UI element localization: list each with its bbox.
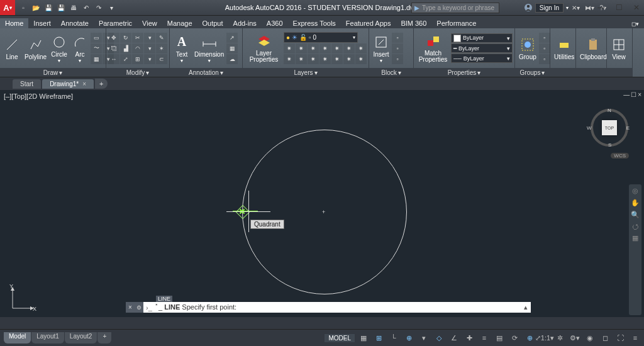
spline-icon[interactable]: 〜	[91, 43, 102, 53]
close-tab-icon[interactable]: ×	[82, 81, 86, 87]
view-button[interactable]: View	[609, 35, 629, 62]
circle-button[interactable]: Circle▼	[49, 33, 69, 64]
rotate-icon[interactable]: ↻	[120, 33, 131, 43]
table-icon[interactable]: ▦	[226, 43, 238, 53]
viewport-label[interactable]: [–][Top][2D Wireframe]	[4, 92, 73, 100]
tab-addins[interactable]: Add-ins	[228, 18, 262, 28]
layout-1[interactable]: Layout1	[31, 332, 64, 343]
viewcube[interactable]: N S E W TOP	[591, 109, 628, 147]
vp-max-icon[interactable]: ☐	[631, 91, 636, 98]
add-tab-button[interactable]: +	[95, 79, 108, 89]
customize-status-icon[interactable]: ≡	[629, 332, 641, 343]
cleanscreen-toggle[interactable]: ⛶	[614, 332, 626, 343]
mirror-icon[interactable]: ▟	[120, 43, 131, 53]
vc-north[interactable]: N	[608, 108, 611, 113]
cloud-icon[interactable]: ☁	[226, 54, 238, 64]
drawing-viewport[interactable]: [–][Top][2D Wireframe] — ☐ × + Quadrant …	[0, 90, 644, 317]
iso-toggle[interactable]: ▾	[418, 332, 430, 343]
orbit-icon[interactable]: ⭯	[632, 223, 639, 230]
fillet-icon[interactable]: ◠	[132, 43, 143, 53]
vp-min-icon[interactable]: —	[623, 91, 630, 98]
create-block-icon[interactable]: ▫	[392, 33, 403, 43]
maximize-button[interactable]: ☐	[611, 1, 626, 14]
tab-featured[interactable]: Featured Apps	[341, 18, 396, 28]
offset-icon[interactable]: ⊂	[156, 54, 167, 64]
array-icon[interactable]: ⊞	[132, 54, 143, 64]
move-icon[interactable]: ✥	[108, 33, 119, 43]
isolate-toggle[interactable]: ◻	[599, 332, 611, 343]
tab-output[interactable]: Output	[197, 18, 228, 28]
dimension-button[interactable]: Dimension▼	[192, 33, 226, 64]
modelspace-toggle[interactable]: MODEL	[325, 334, 355, 342]
start-tab[interactable]: Start	[13, 79, 41, 89]
lineweight-dropdown[interactable]: ━ByLayer▾	[451, 43, 513, 53]
group-button[interactable]: Group	[517, 35, 538, 62]
annovisibility-toggle[interactable]: ✲	[553, 332, 566, 343]
trim-icon[interactable]: ✂	[132, 33, 143, 43]
layout-model[interactable]: Model	[4, 332, 31, 343]
edit-block-icon[interactable]: ▫	[392, 43, 403, 53]
close-button[interactable]: ✕	[629, 1, 644, 14]
lwt-toggle[interactable]: ≡	[478, 332, 491, 343]
redo-icon[interactable]: ↷	[93, 2, 104, 13]
copy-icon[interactable]: ⿻	[108, 43, 119, 53]
qat-more-icon[interactable]: ▾	[106, 2, 117, 13]
otrack-toggle[interactable]: ✚	[463, 332, 475, 343]
minimize-button[interactable]: —	[594, 1, 609, 14]
app-logo[interactable]: A▾	[0, 0, 15, 15]
ortho-toggle[interactable]: └	[387, 332, 400, 343]
vc-east[interactable]: E	[626, 125, 630, 131]
command-line[interactable]: × ⚙ ›_ ˟_ LINE Specify first point: ▴	[126, 302, 531, 313]
signin-button[interactable]: Sign In	[535, 3, 564, 13]
signin-area[interactable]: Sign In ▾	[524, 3, 569, 13]
annoscale-label[interactable]: ⤢1:1▾	[538, 332, 551, 343]
undo-icon[interactable]: ↶	[80, 2, 92, 13]
tab-home[interactable]: Home	[0, 18, 28, 28]
match-properties-button[interactable]: Match Properties	[416, 32, 450, 64]
pan-icon[interactable]: ✋	[631, 199, 640, 207]
help-search[interactable]: ▶Type a keyword or phrase	[411, 3, 499, 13]
rect-icon[interactable]: ▭	[91, 33, 102, 43]
color-dropdown[interactable]: ByLayer▾	[451, 33, 513, 43]
hatch-icon[interactable]: ▦	[91, 54, 102, 64]
viewcube-top[interactable]: TOP	[602, 120, 617, 135]
layout-add[interactable]: +	[97, 332, 111, 343]
layer-dropdown[interactable]: ● ☀ 🔓 ▫ 0 ▾	[284, 32, 358, 43]
open-icon[interactable]: 📂	[30, 2, 42, 13]
tab-view[interactable]: View	[137, 18, 162, 28]
cycling-toggle[interactable]: ⟳	[508, 332, 521, 343]
leader-icon[interactable]: ↗	[226, 33, 238, 43]
3dosnap-toggle[interactable]: ∠	[448, 332, 460, 343]
utilities-button[interactable]: Utilities	[552, 35, 576, 62]
wcs-label[interactable]: WCS	[611, 153, 629, 159]
cmd-close-icon[interactable]: ×	[126, 302, 135, 313]
cmd-recent-icon[interactable]: ▴	[521, 303, 531, 311]
new-icon[interactable]: ▫	[18, 2, 29, 13]
arc-button[interactable]: Arc▼	[70, 33, 90, 64]
polar-toggle[interactable]: ⊕	[402, 332, 415, 343]
layoff-icon[interactable]: ✷	[284, 43, 295, 53]
vc-west[interactable]: W	[587, 125, 592, 131]
layer-properties-button[interactable]: Layer Properties	[245, 32, 283, 64]
tab-a360[interactable]: A360	[262, 18, 288, 28]
cmd-customize-icon[interactable]: ⚙	[135, 302, 143, 313]
snapmode-toggle[interactable]: ⊞	[372, 332, 385, 343]
zoom-icon[interactable]: 🔍	[631, 211, 640, 219]
tab-parametric[interactable]: Parametric	[94, 18, 137, 28]
erase-icon[interactable]: ✎	[156, 33, 167, 43]
layout-2[interactable]: Layout2	[65, 332, 97, 343]
ribbon-min-icon[interactable]: ◻▾	[626, 20, 644, 28]
showmotion-icon[interactable]: ▦	[632, 234, 638, 242]
explode-icon[interactable]: ✶	[156, 43, 167, 53]
attr-icon[interactable]: ▫	[392, 54, 403, 64]
chevron-down-icon[interactable]: ▾	[59, 69, 62, 76]
stretch-icon[interactable]: ↔	[108, 54, 119, 64]
insert-block-button[interactable]: Insert▼	[371, 33, 391, 64]
workspace-switch[interactable]: ⚙▾	[569, 332, 581, 343]
tab-manage[interactable]: Manage	[162, 18, 197, 28]
command-text[interactable]: ˟_ LINE Specify first point:	[155, 303, 521, 311]
transparency-toggle[interactable]: ▤	[493, 332, 506, 343]
saveas-icon[interactable]: 💾	[55, 2, 67, 13]
exchange-icon[interactable]: ✕▾	[572, 4, 580, 11]
hardware-accel-toggle[interactable]: ◉	[584, 332, 596, 343]
